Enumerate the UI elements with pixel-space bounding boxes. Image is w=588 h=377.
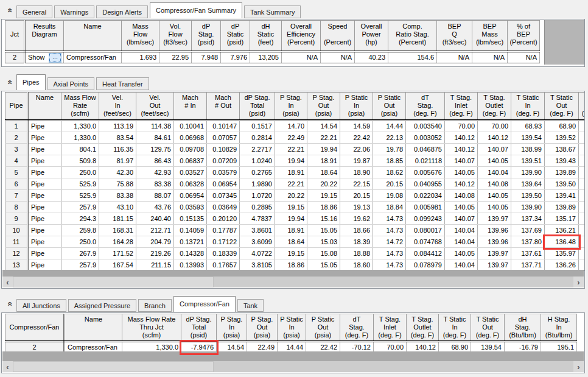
scrollbar-track[interactable] [13,361,573,372]
column-header-dt-stag-deg-f: dT Stag. (deg. F) [340,314,374,342]
cell: 116.35 [99,144,136,155]
table-row: 8Pipe257.943.1043.760.035930.036490.2895… [5,202,586,213]
cell: 0.046875 [406,144,445,155]
cell: N/A [437,52,472,63]
cell: 22.21 [275,178,307,190]
cell: 19.15 [275,248,307,259]
cell: 0.09708 [174,144,207,155]
cell: 7.948 [192,52,221,63]
cell: 18.84 [373,202,406,213]
cell: 136.21 [545,225,579,236]
cell: Pipe [28,202,61,213]
cell [579,248,586,259]
column-header-dh-static-feet: dH Static (feet) [250,21,282,52]
cell: 22.21 [307,132,340,144]
scroll-right-button[interactable]: › [573,277,584,287]
scrollbar-thumb[interactable] [13,361,214,372]
table-row: 6Pipe525.975.8883.380.063280.069541.9890… [5,178,586,190]
tab-tank-summary[interactable]: Tank Summary [244,5,301,18]
cell: 15.08 [307,248,340,259]
column-header-of-bep-percent: % of BEP (Percent) [508,21,540,52]
cell: 3 [5,144,28,155]
cell: 140.07 [445,155,478,167]
cell: 22.13 [373,132,406,144]
scrollbar-track[interactable] [13,277,573,287]
tab-heat-transfer[interactable]: Heat Transfer [96,77,149,90]
cell: 139.97 [478,259,511,271]
cell: 14.73 [373,248,406,259]
cell: 137.69 [511,225,545,236]
column-header-p-static-in-psia: P Static In (psia) [278,314,306,342]
cell: 0.03579 [207,167,240,178]
junctions-panel: Compressor/FanNameMass Flow Rate Thru Jc… [1,312,585,373]
cell: 14.72 [373,236,406,248]
scroll-left-button[interactable]: ‹ [2,361,13,372]
junctions-tabstrip: All JunctionsAssigned PressureBranchComp… [16,295,586,312]
cell: 140.05 [478,155,511,167]
cell: 139.96 [478,236,511,248]
tab-all-junctions[interactable]: All Junctions [16,299,66,312]
cell: 2 [5,52,25,63]
tab-assigned-pressure[interactable]: Assigned Pressure [68,299,136,312]
cell: 0.18339 [207,248,240,259]
cell: 1.693 [122,52,159,63]
cell: 75.88 [99,178,136,190]
column-header-p-static-out-psia: P Static Out (psia) [373,93,406,121]
double-chevron-up-icon: » [5,301,13,306]
scrollbar-thumb[interactable] [13,277,214,287]
output-window: { "colors": { "window_bg": "#f0f0f0", "h… [0,0,588,377]
cell: N/A [508,52,540,63]
cell: 0.06328 [174,178,207,190]
tab-branch[interactable]: Branch [138,299,172,312]
column-header-h-stag-in-btu-lbm: H Stag. In (Btu/lbm) [541,314,577,342]
cell: 257.9 [61,202,99,213]
cell: 22.06 [340,144,373,155]
collapse-junctions-section-button[interactable]: » [4,298,15,309]
column-header-overall-efficiency-percent: Overall Efficiency (Percent) [282,21,321,52]
collapse-pipes-section-button[interactable]: » [4,77,15,88]
collapse-summary-section-button[interactable]: » [4,5,15,16]
cell: 14.73 [373,259,406,271]
cell: 0.06954 [207,178,240,190]
column-header-mach-out: Mach # Out [207,93,240,121]
cell: 4.0722 [240,248,275,259]
scroll-right-button[interactable]: › [573,361,584,372]
cell: 7 [5,190,28,202]
cell: 18.86 [275,259,307,271]
tab-tank[interactable]: Tank [237,299,264,312]
tab-warnings[interactable]: Warnings [54,5,94,18]
column-header-mass-flow-rate-scfm: Mass Flow Rate (scfm) [61,93,99,121]
cell: 0.003052 [406,132,445,144]
cell [579,121,586,132]
chevron-left-icon: ‹ [6,278,9,287]
tab-general[interactable]: General [16,5,52,18]
column-header-mass-flow-rate-thru-jct-scfm: Mass Flow Rate Thru Jct (scfm) [122,314,181,342]
column-header-t-stag-outlet-deg-f: T Stag. Outlet (deg. F) [407,314,439,342]
tab-pipes[interactable]: Pipes [16,74,46,90]
column-header-overall-power-hp: Overall Power (hp) [355,21,388,52]
tab-design-alerts[interactable]: Design Alerts [96,5,148,18]
cell: 139.43 [545,155,579,167]
highlighted-cell: 136.48 [545,236,579,248]
tab-axial-points[interactable]: Axial Points [47,77,94,90]
cell: 139.90 [511,202,545,213]
cell: 0.13993 [174,259,207,271]
column-header-p-stag-in-psia: P Stag. In (psia) [275,93,307,121]
column-header-name: Name [64,21,122,52]
cell: 137.34 [511,213,545,225]
column-header-dp-stag-psid: dP Stag. (psid) [192,21,221,52]
column-header-t-static-in-deg-f: T Static In (deg. F) [511,93,545,121]
cell: 68.90 [545,121,579,132]
cell: 140.12 [445,178,478,190]
cell: 10 [5,225,28,236]
column-header-compressor-fan: Compressor/Fan [5,314,65,342]
cell: 14.59 [340,121,373,132]
scroll-left-button[interactable]: ‹ [2,277,13,287]
tab-compressor-fan-summary[interactable]: Compressor/Fan Summary [150,2,242,18]
cell: 139.50 [511,190,545,202]
results-diagram-ellipsis-button[interactable]: ... [49,54,61,62]
cell: 139.89 [545,167,579,178]
tab-compressor-fan[interactable]: Compressor/Fan [173,296,236,312]
cell: N/A [282,52,321,63]
cell: 525.9 [61,178,99,190]
